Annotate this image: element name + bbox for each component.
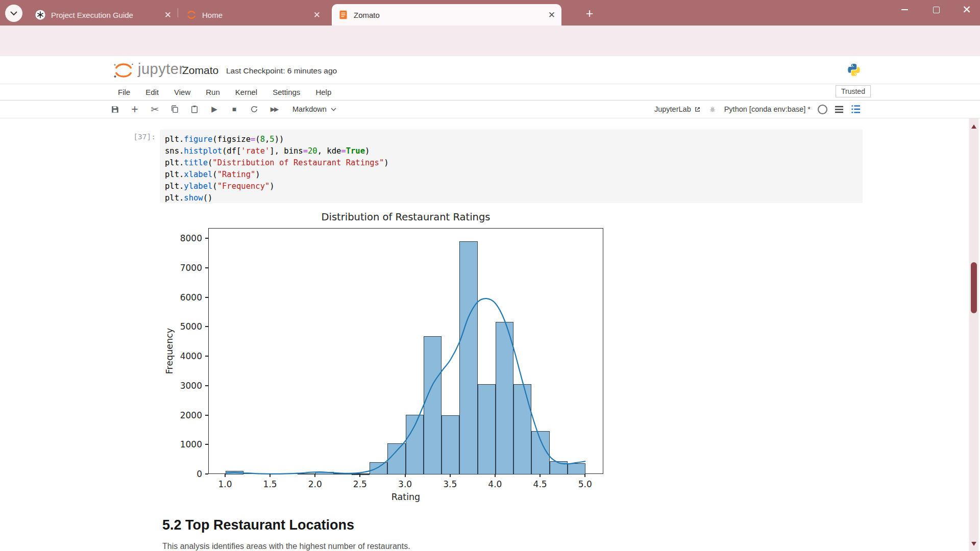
save-icon bbox=[110, 105, 120, 114]
code-editor[interactable]: plt.figure(figsize=(8,5))sns.histplot(df… bbox=[160, 130, 863, 204]
minimize-button[interactable] bbox=[892, 0, 917, 19]
toc-icon[interactable] bbox=[851, 105, 861, 114]
menu-edit[interactable]: Edit bbox=[145, 88, 159, 96]
tab-search-button[interactable] bbox=[5, 5, 22, 22]
stop-kernel-button[interactable]: ■ bbox=[229, 104, 240, 115]
menu-kernel[interactable]: Kernel bbox=[235, 88, 257, 96]
close-icon[interactable]: ✕ bbox=[548, 11, 555, 19]
menu-view[interactable]: View bbox=[174, 88, 190, 96]
x-tick bbox=[584, 474, 585, 477]
cell-type-value: Markdown bbox=[292, 105, 327, 113]
x-tick-label: 4.5 bbox=[526, 479, 554, 489]
scrollbar-thumb[interactable] bbox=[971, 262, 977, 313]
browser-tab-zomato-active[interactable]: Zomato ✕ bbox=[332, 4, 561, 26]
x-tick bbox=[314, 474, 315, 477]
menu-file[interactable]: File bbox=[118, 88, 130, 96]
y-tick-label: 3000 bbox=[172, 381, 202, 391]
x-tick bbox=[540, 474, 541, 477]
chart-xlabel: Rating bbox=[208, 492, 603, 502]
x-tick-label: 1.0 bbox=[211, 479, 239, 489]
x-tick bbox=[359, 474, 360, 477]
y-tick-label: 5000 bbox=[172, 321, 202, 332]
code-cell[interactable]: plt.figure(figsize=(8,5))sns.histplot(df… bbox=[160, 130, 863, 203]
x-tick bbox=[270, 474, 271, 477]
browser-tab-home[interactable]: Home ✕ bbox=[180, 4, 327, 26]
x-tick bbox=[495, 474, 496, 477]
x-tick bbox=[405, 474, 406, 477]
section-heading: 5.2 Top Restaurant Locations bbox=[162, 517, 354, 533]
close-icon[interactable]: ✕ bbox=[313, 11, 321, 19]
tab-title: Project Execution Guide bbox=[51, 11, 160, 19]
jupyterlab-link[interactable]: JupyterLab bbox=[654, 105, 701, 113]
tab-title: Zomato bbox=[354, 11, 544, 19]
copy-icon bbox=[170, 105, 179, 114]
copy-cell-button[interactable] bbox=[169, 104, 180, 115]
jupyter-header: jupyter Zomato Last Checkpoint: 6 minute… bbox=[0, 56, 980, 84]
histogram-bar bbox=[531, 431, 549, 474]
kernel-name[interactable]: Python [conda env:base] * bbox=[724, 105, 811, 113]
histogram-bar bbox=[459, 241, 477, 474]
browser-tab-project-execution-guide[interactable]: Project Execution Guide ✕ bbox=[29, 4, 178, 26]
histogram-bar bbox=[370, 462, 387, 474]
cut-cell-button[interactable]: ✂ bbox=[149, 104, 160, 115]
x-tick-label: 3.5 bbox=[436, 479, 464, 489]
add-cell-button[interactable]: + bbox=[129, 104, 140, 115]
minimize-icon bbox=[901, 9, 908, 10]
histogram-bar bbox=[424, 336, 442, 474]
code-line[interactable]: plt.show() bbox=[165, 192, 863, 204]
x-tick bbox=[450, 474, 451, 477]
menu-settings[interactable]: Settings bbox=[273, 88, 300, 96]
checkpoint-status: Last Checkpoint: 6 minutes ago bbox=[226, 66, 337, 76]
maximize-button[interactable] bbox=[924, 0, 948, 19]
code-line[interactable]: sns.histplot(df['rate'], bins=20, kde=Tr… bbox=[165, 145, 863, 157]
scroll-up-icon[interactable] bbox=[971, 124, 976, 129]
histogram-bar bbox=[568, 463, 585, 474]
jupyterlab-label: JupyterLab bbox=[654, 105, 691, 113]
trusted-badge[interactable]: Trusted bbox=[836, 85, 871, 97]
browser-toolbar: ← → localhost:8888/notebooks/Zomato.ipyn… bbox=[0, 26, 980, 56]
y-tick-label: 6000 bbox=[172, 292, 202, 303]
notebook-scrollbar[interactable] bbox=[969, 118, 978, 551]
restart-icon bbox=[250, 105, 259, 114]
restart-kernel-button[interactable] bbox=[249, 104, 260, 115]
code-line[interactable]: plt.xlabel("Rating") bbox=[165, 169, 863, 181]
menu-run[interactable]: Run bbox=[206, 88, 220, 96]
x-tick bbox=[225, 474, 226, 477]
paste-cell-button[interactable] bbox=[189, 104, 200, 115]
histogram-bar bbox=[352, 474, 370, 475]
chart-title: Distribution of Restaurant Ratings bbox=[208, 211, 603, 223]
y-tick bbox=[205, 385, 208, 386]
close-icon[interactable]: ✕ bbox=[164, 11, 172, 19]
histogram-bar bbox=[496, 322, 513, 474]
cell-type-dropdown[interactable]: Markdown bbox=[292, 105, 336, 113]
y-tick-label: 2000 bbox=[172, 410, 202, 420]
chatgpt-icon bbox=[35, 9, 46, 20]
section-paragraph: This analysis identifies areas with the … bbox=[162, 542, 410, 551]
scroll-down-icon[interactable] bbox=[971, 542, 976, 546]
code-line[interactable]: plt.figure(figsize=(8,5)) bbox=[165, 134, 863, 145]
run-cell-button[interactable]: ▶ bbox=[209, 104, 220, 115]
maximize-icon bbox=[933, 7, 940, 13]
y-tick bbox=[205, 473, 208, 474]
kernel-status-icon bbox=[818, 105, 827, 114]
histogram-bar bbox=[550, 461, 568, 474]
y-tick-label: 7000 bbox=[172, 263, 202, 273]
notebook-title[interactable]: Zomato bbox=[182, 64, 218, 77]
save-button[interactable] bbox=[109, 104, 120, 115]
code-line[interactable]: plt.ylabel("Frequency") bbox=[165, 181, 863, 192]
paste-icon bbox=[190, 105, 199, 114]
new-tab-button[interactable]: + bbox=[582, 6, 597, 21]
close-window-button[interactable]: ✕ bbox=[954, 0, 979, 19]
y-tick bbox=[205, 267, 208, 268]
run-all-button[interactable]: ▶▶ bbox=[268, 104, 280, 115]
jupyter-brand[interactable]: jupyter bbox=[138, 61, 184, 78]
y-tick-label: 8000 bbox=[172, 233, 202, 243]
code-line[interactable]: plt.title("Distribution of Restaurant Ra… bbox=[165, 157, 863, 169]
jupyter-logo bbox=[112, 62, 135, 79]
debugger-icon[interactable] bbox=[708, 105, 717, 114]
execution-count: [37]: bbox=[92, 133, 156, 141]
y-tick bbox=[205, 415, 208, 416]
external-link-icon bbox=[694, 106, 701, 113]
hamburger-icon[interactable] bbox=[835, 106, 844, 113]
menu-help[interactable]: Help bbox=[315, 88, 331, 96]
